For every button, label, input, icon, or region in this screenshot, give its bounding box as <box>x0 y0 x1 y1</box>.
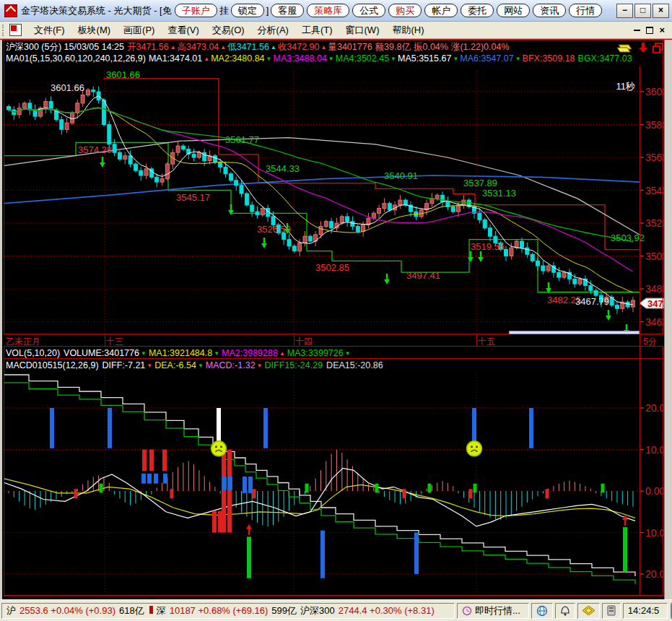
svg-text:3537.89: 3537.89 <box>463 178 497 188</box>
restore-chart-icon[interactable] <box>653 43 663 53</box>
status-quote: 2553.6 +0.04% (+0.93) <box>19 605 115 616</box>
legend-segment: DEA15:-20.86 <box>326 360 383 370</box>
trend-arrow-icon: ▼ <box>345 350 351 357</box>
trend-arrow-icon: ▼ <box>214 350 219 357</box>
status-quote: 10187 +0.68% (+69.16) <box>170 605 269 616</box>
close-button[interactable]: × <box>653 4 669 18</box>
title-fragment: ] <box>266 5 269 16</box>
envelope-icon <box>582 606 595 615</box>
trend-arrow-icon: ▼ <box>390 56 396 62</box>
trend-arrow-icon: ▼ <box>141 350 147 357</box>
legend-segment: DEA:-6.54 <box>154 360 196 370</box>
toolbar-button-6[interactable]: 购买 <box>388 4 422 17</box>
legend-segment: VOL(5,10,20) <box>6 348 60 358</box>
svg-text:3531.13: 3531.13 <box>482 188 516 199</box>
macd-legend-row: MACD010515(12,26,9)DIFF:-7.21▼DEA:-6.54▼… <box>6 360 387 371</box>
quote-info-row: 沪深300 (5分) 15/03/05 14:25开3471.56▲高3473.… <box>6 41 512 53</box>
maximize-button[interactable]: □ <box>634 4 651 18</box>
legend-segment: MA3:3488.04 <box>273 53 326 64</box>
toolbar-button-11[interactable]: 行情 <box>569 4 602 17</box>
server-icon <box>607 605 616 616</box>
toolbar-button-3[interactable]: 客服 <box>271 4 304 17</box>
volume-legend-row: VOL(5,10,20)VOLUME:3401776▼MA1:3921484.8… <box>6 348 353 359</box>
toolbar-button-10[interactable]: 资讯 <box>533 4 566 17</box>
svg-text:3601.66: 3601.66 <box>51 82 84 93</box>
toolbar-button-8[interactable]: 委托 <box>461 4 494 17</box>
legend-segment: MACD010515(12,26,9) <box>6 360 99 370</box>
mini-chart-icon <box>149 606 153 614</box>
legend-segment: DIFF:-7.21 <box>102 360 146 370</box>
document-icon[interactable] <box>9 24 22 36</box>
toolbar-button-4[interactable]: 策略库 <box>307 4 349 17</box>
trend-arrow-icon: ▲ <box>204 56 209 62</box>
menu-item-9[interactable]: 帮助(H) <box>385 22 430 38</box>
main-price-chart[interactable]: 360035803560354035203500348034603601.663… <box>0 65 672 334</box>
svg-text:3544.33: 3544.33 <box>266 163 300 174</box>
app-window: 金字塔决策交易系统 - 光大期货 - [免 子账户挂锁定]客服策略库公式购买帐户… <box>0 0 672 621</box>
window-title: 金字塔决策交易系统 - 光大期货 - [免 <box>21 4 172 17</box>
toolbar-button-7[interactable]: 帐户 <box>424 4 458 17</box>
status-quote: 深 <box>157 605 166 616</box>
legend-segment: 高3473.04 <box>178 42 219 52</box>
ticker-panel[interactable]: 即时行情... <box>457 603 529 619</box>
macd-indicator-chart[interactable]: 20.0010.000.0010.0020.00 <box>0 370 672 595</box>
menu-item-1[interactable]: 文件(F) <box>27 22 71 38</box>
trend-arrow-icon: ▲ <box>271 44 276 51</box>
scroll-range-indicator[interactable] <box>509 331 640 334</box>
x-axis-label: 十四 <box>295 336 313 348</box>
status-quote: 沪 <box>6 605 16 616</box>
notes-icon[interactable] <box>616 42 634 53</box>
legend-segment: MA4:3502.45 <box>336 53 389 64</box>
toolbar-button-2[interactable]: 锁定 <box>231 4 264 17</box>
mdi-restore-icon[interactable] <box>646 27 653 34</box>
status-quote: 2744.4 +0.30% (+8.31) <box>339 605 435 616</box>
legend-segment: BFX:3509.18 <box>523 53 575 64</box>
svg-text:3561.77: 3561.77 <box>225 134 259 145</box>
legend-segment: MA5:3515.67 <box>398 53 451 64</box>
toolbar-button-5[interactable]: 公式 <box>352 4 385 17</box>
app-icon <box>4 4 17 17</box>
menu-item-4[interactable]: 查看(V) <box>161 22 205 38</box>
trend-arrow-icon: ▼ <box>453 56 458 62</box>
legend-segment: MA3:3399726 <box>287 348 344 358</box>
x-axis-strip: 乙未正月十三十四十五 5分 <box>4 334 663 347</box>
menu-item-5[interactable]: 交易(O) <box>206 22 251 38</box>
svg-text:3601.66: 3601.66 <box>106 69 140 80</box>
mdi-minimize-icon[interactable] <box>634 30 640 31</box>
toolbar-button-1[interactable]: 子账户 <box>175 4 217 17</box>
menu-items: 文件(F)板块(M)画面(P)查看(V)交易(O)分析(A)工具(T)窗口(W)… <box>27 22 431 38</box>
clock-panel: 14:24:5 <box>623 603 668 619</box>
trend-arrow-icon: ▲ <box>279 350 285 357</box>
server-panel[interactable] <box>602 603 621 619</box>
menu-item-2[interactable]: 板块(M) <box>71 22 118 38</box>
legend-segment: VOLUME:3401776 <box>64 348 139 358</box>
mdi-close-icon[interactable]: × <box>659 27 665 34</box>
legend-segment: BGX:3477.03 <box>578 53 632 64</box>
legend-segment: 收3472.90 <box>278 42 320 52</box>
svg-text:3545.17: 3545.17 <box>176 192 210 203</box>
period-label: 5分 <box>643 336 657 348</box>
minimize-button[interactable]: − <box>616 4 633 18</box>
menu-item-6[interactable]: 分析(A) <box>251 22 295 38</box>
toolbar-button-9[interactable]: 网站 <box>497 4 530 17</box>
trend-arrow-icon: ▲ <box>170 44 176 51</box>
network-panel[interactable] <box>531 603 553 619</box>
trend-arrow-icon: ▼ <box>328 56 334 62</box>
menu-item-7[interactable]: 工具(T) <box>295 22 339 38</box>
svg-text:3574.28: 3574.28 <box>78 144 112 155</box>
download-arrow-icon[interactable] <box>638 42 648 53</box>
right-scrollbar[interactable] <box>664 40 672 599</box>
menu-item-3[interactable]: 画面(P) <box>117 22 161 38</box>
svg-text:3502.85: 3502.85 <box>315 262 349 273</box>
toolbar-grip[interactable] <box>2 25 6 36</box>
title-bar: 金字塔决策交易系统 - 光大期货 - [免 子账户挂锁定]客服策略库公式购买帐户… <box>0 0 672 22</box>
sad-smiley-icon <box>211 441 227 456</box>
legend-segment: 开3471.56 <box>127 42 169 52</box>
menu-item-8[interactable]: 窗口(W) <box>339 22 386 38</box>
legend-segment: 量3401776 <box>328 42 372 52</box>
message-panel[interactable] <box>577 603 600 619</box>
status-bar: 沪2553.6 +0.04% (+0.93)618亿深10187 +0.68% … <box>0 599 672 621</box>
ma-legend-row: MA01(5,15,30,60,120,240,12,26,9)MA1:3474… <box>6 53 635 66</box>
bell-icon <box>560 605 570 616</box>
alert-panel[interactable] <box>555 603 575 619</box>
